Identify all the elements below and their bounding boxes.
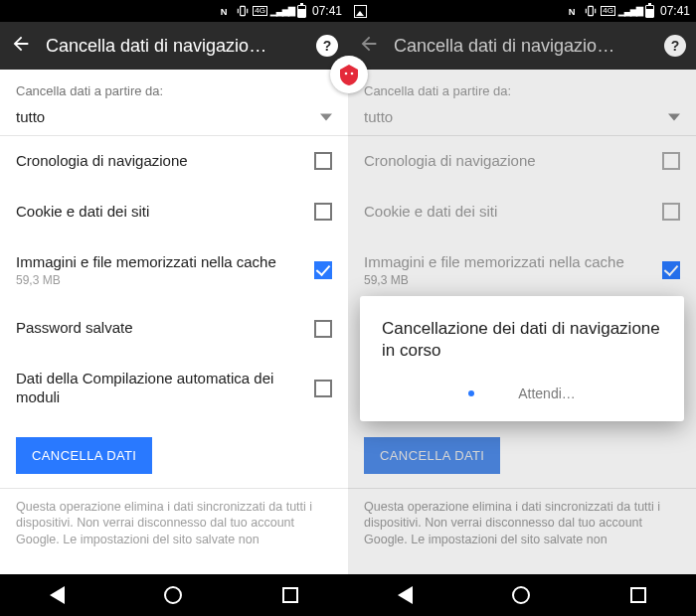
network-type-icon: 4G <box>253 6 267 16</box>
item-cookies[interactable]: Cookie e dati dei siti <box>0 187 348 237</box>
app-bar: Cancella dati di navigazio… ? <box>348 22 696 70</box>
signal-icon: ▁▃▅▇ <box>270 6 294 16</box>
checkbox[interactable] <box>314 261 332 279</box>
nav-recents-icon[interactable] <box>630 587 646 603</box>
content-area: Cancella dati a partire da: tutto Cronol… <box>348 70 696 574</box>
checkbox[interactable] <box>314 203 332 221</box>
chevron-down-icon <box>320 111 332 123</box>
status-bar: N 4G ▁▃▅▇ 07:41 <box>0 0 348 22</box>
battery-icon <box>645 5 654 18</box>
back-button[interactable] <box>10 33 32 59</box>
nfc-icon: N <box>219 4 233 18</box>
checkbox[interactable] <box>314 380 332 397</box>
item-browsing-history[interactable]: Cronologia di navigazione <box>0 136 348 187</box>
dialog-title: Cancellazione dei dati di navigazione in… <box>382 318 662 362</box>
help-button[interactable]: ? <box>664 35 686 57</box>
app-bar: Cancella dati di navigazio… ? <box>0 22 348 70</box>
vibrate-icon <box>236 4 250 18</box>
phone-right: N 4G ▁▃▅▇ 07:41 Cancella dati di navigaz… <box>348 0 696 616</box>
page-title: Cancella dati di navigazio… <box>394 36 650 57</box>
status-time: 07:41 <box>660 4 690 18</box>
svg-rect-1 <box>241 6 246 15</box>
nav-home-icon[interactable] <box>164 586 182 604</box>
item-passwords[interactable]: Password salvate <box>0 303 348 354</box>
nav-back-icon[interactable] <box>50 586 65 604</box>
item-label: Cookie e dati dei siti <box>16 203 302 222</box>
content-area: Cancella dati a partire da: tutto Cronol… <box>0 70 348 574</box>
status-time: 07:41 <box>312 4 342 18</box>
progress-dialog: Cancellazione dei dati di navigazione in… <box>360 296 684 421</box>
battery-icon <box>297 5 306 18</box>
svg-rect-5 <box>589 6 594 15</box>
item-label: Password salvate <box>16 319 302 338</box>
svg-point-8 <box>345 73 348 76</box>
signal-icon: ▁▃▅▇ <box>618 6 642 16</box>
item-sublabel: 59,3 MB <box>16 273 302 287</box>
item-label: Dati della Compilazione automatica dei m… <box>16 370 302 407</box>
nav-bar <box>0 574 348 616</box>
checkbox[interactable] <box>314 320 332 338</box>
svg-point-9 <box>351 73 354 76</box>
help-button[interactable]: ? <box>316 35 338 57</box>
status-bar: N 4G ▁▃▅▇ 07:41 <box>348 0 696 22</box>
range-value: tutto <box>16 108 45 125</box>
item-label: Cronologia di navigazione <box>16 152 302 171</box>
checkbox[interactable] <box>314 152 332 170</box>
vibrate-icon <box>584 4 598 18</box>
nav-home-icon[interactable] <box>512 586 530 604</box>
action-row: CANCELLA DATI <box>0 423 348 488</box>
page-title: Cancella dati di navigazio… <box>46 36 302 57</box>
svg-text:N: N <box>221 7 228 17</box>
svg-text:N: N <box>569 7 576 17</box>
clear-data-button[interactable]: CANCELLA DATI <box>16 437 152 474</box>
item-autofill[interactable]: Dati della Compilazione automatica dei m… <box>0 354 348 423</box>
item-label: Immagini e file memorizzati nella cache <box>16 253 302 272</box>
footer-note: Questa operazione elimina i dati sincron… <box>0 488 348 549</box>
nav-back-icon[interactable] <box>398 586 413 604</box>
dialog-wait-text: Attendi… <box>518 385 576 401</box>
network-type-icon: 4G <box>601 6 615 16</box>
range-label: Cancella dati a partire da: <box>0 70 348 102</box>
nav-bar <box>348 574 696 616</box>
back-button[interactable] <box>358 33 380 59</box>
range-dropdown[interactable]: tutto <box>0 102 348 136</box>
item-cached-images[interactable]: Immagini e file memorizzati nella cache … <box>0 237 348 304</box>
nav-recents-icon[interactable] <box>282 587 298 603</box>
spinner-icon <box>468 390 474 396</box>
screenshot-icon <box>354 5 367 18</box>
app-badge-icon <box>330 56 368 93</box>
nfc-icon: N <box>567 4 581 18</box>
phone-left: N 4G ▁▃▅▇ 07:41 Cancella dati di navigaz… <box>0 0 348 616</box>
